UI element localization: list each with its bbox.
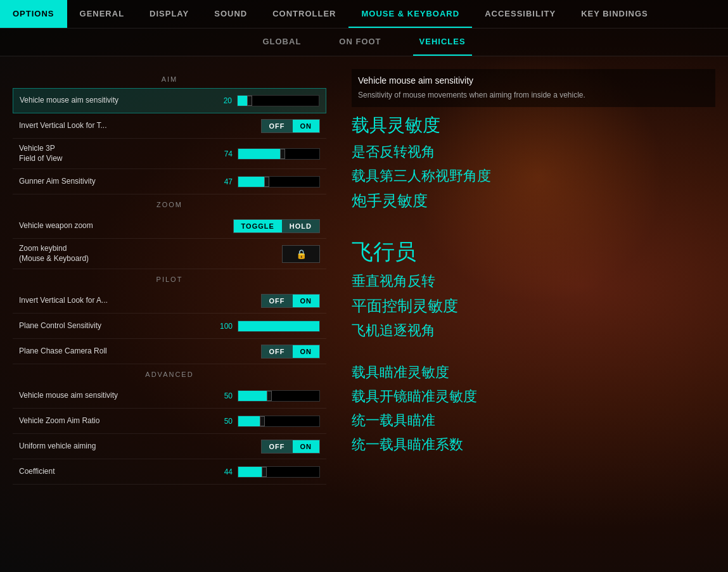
zoom-keybind-box[interactable]: 🔒 (282, 245, 320, 263)
toggle-on-btn[interactable]: ON (293, 120, 320, 132)
invert-vertical-a-toggle[interactable]: OFF ON (261, 294, 321, 308)
setting-row-invert-vertical: Invert Vertical Look for T... OFF ON (13, 113, 326, 139)
vehicle-zoom-ratio-slider[interactable] (238, 416, 320, 427)
cn-uniform-aiming: 统一载具瞄准 (352, 411, 715, 430)
toggle-on-chase[interactable]: ON (293, 345, 320, 358)
pilot-section-header: PILOT (13, 276, 326, 283)
uniform-aiming-label: Uniform vehicle aiming (19, 442, 261, 452)
subnav-global[interactable]: GLOBAL (256, 29, 307, 56)
zoom-keybind-container: 🔒 (233, 245, 320, 263)
tooltip-box: Vehicle mouse aim sensitivity Sensitivit… (352, 69, 715, 107)
cn-vehicle-3p-fov: 载具第三人称视野角度 (352, 167, 715, 186)
vehicle-weapon-zoom-label: Vehicle weapon zoom (19, 221, 233, 231)
cn-coefficient: 统一载具瞄准系数 (352, 435, 715, 454)
plane-control-slider[interactable] (238, 321, 320, 332)
nav-general[interactable]: GENERAL (67, 0, 137, 28)
vehicle-aim-adv-value: 50 (207, 391, 233, 400)
gunner-aim-slider[interactable] (238, 176, 320, 187)
vehicle-zoom-ratio-label: Vehicle Zoom Aim Ratio (19, 416, 207, 426)
setting-row-coefficient: Coefficient 44 (13, 459, 326, 485)
aim-section-header: AIM (13, 75, 326, 83)
setting-row-uniform-aiming: Uniform vehicle aiming OFF ON (13, 434, 326, 459)
vehicle-aim-adv-label: Vehicle mouse aim sensitivity (19, 391, 207, 401)
setting-row-vehicle-weapon-zoom: Vehicle weapon zoom TOGGLE HOLD (13, 213, 326, 239)
uniform-aiming-toggle[interactable]: OFF ON (261, 440, 321, 454)
plane-chase-label: Plane Chase Camera Roll (19, 346, 261, 357)
vehicle-aim-adv-slider[interactable] (238, 390, 320, 402)
vehicle-3p-fov-slider[interactable] (238, 148, 320, 160)
toggle-off-uniform[interactable]: OFF (262, 440, 293, 453)
sub-navigation: GLOBAL ON FOOT VEHICLES (0, 29, 728, 56)
setting-row-plane-control: Plane Control Sensitivity 100 (13, 314, 326, 339)
cn-plane-control: 平面控制灵敏度 (352, 296, 715, 316)
settings-panel: AIM Vehicle mouse aim sensitivity 20 Inv… (0, 63, 339, 491)
cn-vehicle-sensitivity: 载具灵敏度 (352, 113, 715, 137)
toggle-on-uniform[interactable]: ON (293, 440, 320, 453)
subnav-vehicles[interactable]: VEHICLES (413, 29, 472, 56)
invert-vertical-label: Invert Vertical Look for T... (19, 121, 261, 131)
tooltip-title: Vehicle mouse aim sensitivity (358, 75, 709, 86)
cn-vehicle-aim-adv: 载具瞄准灵敏度 (352, 363, 715, 382)
gunner-aim-value: 47 (207, 177, 233, 186)
nav-options[interactable]: OPTIONS (0, 0, 67, 28)
plane-chase-toggle[interactable]: OFF ON (261, 345, 321, 359)
cn-vehicle-zoom-ratio: 载具开镜瞄准灵敏度 (352, 387, 715, 406)
cn-invert-vertical: 是否反转视角 (352, 143, 715, 162)
subnav-on-foot[interactable]: ON FOOT (333, 29, 387, 56)
invert-vertical-toggle[interactable]: OFF ON (261, 119, 321, 133)
vehicle-zoom-ratio-value: 50 (207, 417, 233, 426)
setting-row-vehicle-zoom-ratio: Vehicle Zoom Aim Ratio 50 (13, 409, 326, 434)
gunner-aim-label: Gunner Aim Sensitivity (19, 177, 207, 187)
nav-accessibility[interactable]: ACCESSIBILITY (472, 0, 568, 28)
vehicle-aim-value: 20 (207, 96, 232, 105)
right-info-panel: Vehicle mouse aim sensitivity Sensitivit… (339, 63, 728, 491)
nav-display[interactable]: DISPLAY (137, 0, 201, 28)
setting-row-plane-chase: Plane Chase Camera Roll OFF ON (13, 339, 326, 364)
lock-icon: 🔒 (296, 249, 307, 259)
setting-row-vehicle-aim: Vehicle mouse aim sensitivity 20 (13, 88, 326, 113)
cn-invert-vertical-a: 垂直视角反转 (352, 272, 715, 291)
advanced-section-header: ADVANCED (13, 371, 326, 378)
toggle-off-chase[interactable]: OFF (262, 345, 293, 358)
plane-control-label: Plane Control Sensitivity (19, 321, 207, 331)
invert-vertical-a-label: Invert Vertical Look for A... (19, 296, 261, 306)
tooltip-desc: Sensitivity of mouse movements when aimi… (358, 89, 709, 101)
coefficient-slider[interactable] (238, 466, 320, 478)
setting-row-vehicle-aim-adv: Vehicle mouse aim sensitivity 50 (13, 383, 326, 409)
vehicle-aim-slider[interactable] (237, 95, 319, 106)
vehicle-aim-label: Vehicle mouse aim sensitivity (20, 96, 207, 106)
cn-gunner-sensitivity: 炮手灵敏度 (352, 191, 715, 211)
toggle-on-btn-a[interactable]: ON (293, 295, 320, 307)
toggle-off-btn-a[interactable]: OFF (262, 295, 293, 307)
cn-pilot-label: 飞行员 (352, 238, 715, 267)
nav-sound[interactable]: SOUND (201, 0, 260, 28)
nav-mouse-keyboard[interactable]: MOUSE & KEYBOARD (348, 0, 472, 28)
vehicle-3p-fov-label: Vehicle 3PField of View (19, 144, 207, 163)
top-navigation: OPTIONS GENERAL DISPLAY SOUND CONTROLLER… (0, 0, 728, 29)
toggle-off-btn[interactable]: OFF (262, 120, 293, 132)
setting-row-invert-vertical-a: Invert Vertical Look for A... OFF ON (13, 288, 326, 314)
setting-row-zoom-keybind: Zoom keybind(Mouse & Keyboard) 🔒 (13, 239, 326, 269)
coefficient-label: Coefficient (19, 467, 207, 477)
nav-key-bindings[interactable]: KEY BINDINGS (568, 0, 661, 28)
toggle-hold-btn[interactable]: HOLD (282, 220, 319, 232)
toggle-toggle-btn[interactable]: TOGGLE (234, 220, 282, 232)
setting-row-vehicle-3p-fov: Vehicle 3PField of View 74 (13, 139, 326, 169)
cn-plane-chase: 飞机追逐视角 (352, 321, 715, 340)
coefficient-value: 44 (207, 467, 233, 476)
nav-controller[interactable]: CONTROLLER (260, 0, 348, 28)
vehicle-zoom-toggle[interactable]: TOGGLE HOLD (233, 219, 320, 233)
plane-control-value: 100 (207, 322, 233, 331)
zoom-keybind-label: Zoom keybind(Mouse & Keyboard) (19, 244, 233, 264)
setting-row-gunner-aim: Gunner Aim Sensitivity 47 (13, 169, 326, 194)
vehicle-3p-fov-value: 74 (207, 149, 233, 158)
zoom-section-header: ZOOM (13, 201, 326, 208)
